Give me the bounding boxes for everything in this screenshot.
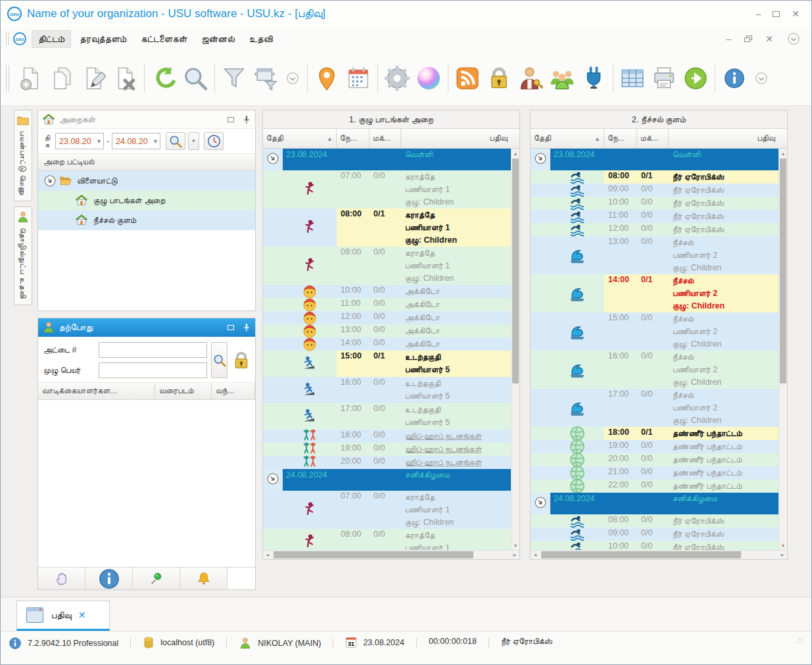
- filter-window-icon[interactable]: [250, 61, 281, 95]
- menu-item[interactable]: உதவி: [243, 31, 279, 47]
- rss-icon[interactable]: [452, 61, 483, 95]
- search-button[interactable]: [166, 132, 185, 150]
- schedule-slot-row[interactable]: 09:000/0கராத்தே பணியாளர் 1 குழு: Childre…: [263, 247, 511, 285]
- clock-button[interactable]: [204, 132, 224, 150]
- schedule-slot-row[interactable]: 07:000/0கராத்தே பணியாளர் 1 குழு: Childre…: [263, 170, 511, 209]
- grid-icon[interactable]: [617, 61, 648, 95]
- date-group-row[interactable]: 23.08.2024வெள்ளி: [263, 149, 511, 170]
- side-tab-1[interactable]: பயன்பாட்டு மெனு: [14, 110, 32, 201]
- column-header[interactable]: பதிவு: [401, 129, 511, 148]
- minimize-icon[interactable]: –: [755, 9, 761, 18]
- tab-close-icon[interactable]: ✕: [78, 610, 86, 620]
- plug-icon[interactable]: [578, 61, 609, 95]
- vertical-scrollbar[interactable]: ▲▼: [511, 149, 519, 550]
- chevron-circle-icon[interactable]: [281, 61, 304, 95]
- schedule-slot-row[interactable]: 09:000/0நீர் ஏரோபிக்ஸ்: [531, 528, 778, 541]
- calendar-icon[interactable]: [343, 61, 374, 95]
- panel-pin-icon[interactable]: [242, 115, 251, 124]
- schedule-slot-row[interactable]: 08:000/1கராத்தே பணியாளர் 1 குழு: Childre…: [263, 209, 511, 247]
- lock-icon[interactable]: [483, 61, 515, 95]
- schedule-slot-row[interactable]: 08:000/1நீர் ஏரோபிக்ஸ்: [531, 170, 778, 184]
- resize-grip[interactable]: .::: [796, 637, 805, 645]
- clients-column-header[interactable]: வந்...: [212, 383, 255, 399]
- column-header[interactable]: நே...: [604, 129, 637, 148]
- schedule-slot-row[interactable]: 20:000/0ஹிப்-ஹாப் நடனங்கள்: [263, 456, 511, 469]
- mdi-close-icon[interactable]: ✕: [765, 34, 773, 43]
- date-group-row[interactable]: 24.08.2024சனிக்கிழமை: [531, 493, 778, 514]
- vertical-scrollbar[interactable]: ▲▼: [778, 149, 787, 550]
- mdi-restore-icon[interactable]: [744, 36, 752, 42]
- schedule-slot-row[interactable]: 13:000/0அக்கிடோ: [263, 324, 511, 337]
- doc-edit-icon[interactable]: [78, 61, 109, 95]
- search-dropdown-button[interactable]: ▼: [188, 132, 199, 150]
- tab-record[interactable]: பதிவு ✕: [16, 601, 110, 631]
- schedule-slot-row[interactable]: 15:000/1உடற்தகுதி பணியாளர் 5: [263, 351, 511, 377]
- schedule-slot-row[interactable]: 18:000/0ஹிப்-ஹாப் நடனங்கள்: [263, 430, 511, 443]
- schedule-slot-row[interactable]: 16:000/0நீச்சல் பணியாளர் 2 குழு: Childre…: [531, 351, 778, 389]
- schedule-slot-row[interactable]: 12:000/0அக்கிடோ: [263, 311, 511, 324]
- go-next-icon[interactable]: [680, 61, 711, 95]
- info-circle-icon[interactable]: [719, 61, 750, 95]
- expand-icon[interactable]: [534, 152, 547, 170]
- color-sphere-icon[interactable]: [413, 61, 444, 95]
- date-to-input[interactable]: 24.08.20▼: [112, 133, 160, 149]
- expand-icon[interactable]: [43, 174, 57, 187]
- schedule-slot-row[interactable]: 14:000/1நீச்சல் பணியாளர் 2 குழு: Childre…: [531, 274, 778, 312]
- schedule-slot-row[interactable]: 08:000/0நீர் ஏரோபிக்ஸ்: [531, 514, 778, 528]
- schedule-slot-row[interactable]: 19:000/0ஹிப்-ஹாப் நடனங்கள்: [263, 443, 511, 456]
- schedule-slot-row[interactable]: 17:000/0நீச்சல் பணியாளர் 2 குழு: Childre…: [531, 389, 778, 427]
- bell-icon-button[interactable]: [180, 568, 227, 589]
- toolbar-drag-handle[interactable]: [6, 65, 9, 91]
- column-header[interactable]: பதிவு: [669, 129, 778, 148]
- date-from-input[interactable]: 23.08.20▼: [55, 133, 104, 149]
- schedule-slot-row[interactable]: 12:000/0நீர் ஏரோபிக்ஸ்: [531, 223, 778, 236]
- schedule-slot-row[interactable]: 14:000/0அக்கிடோ: [263, 337, 511, 351]
- schedule-slot-row[interactable]: 10:000/0நீர் ஏரோபிக்ஸ்: [531, 541, 778, 550]
- tree-row[interactable]: குழு பாடங்கள் அறை: [38, 191, 255, 210]
- search-client-button[interactable]: [211, 342, 227, 378]
- user-key-icon[interactable]: [515, 61, 546, 95]
- card-number-input[interactable]: [99, 342, 207, 358]
- schedule-slot-row[interactable]: 15:000/0நீச்சல் பணியாளர் 2 குழு: Childre…: [531, 312, 778, 351]
- schedule-slot-row[interactable]: 16:000/0உடற்தகுதி பணியாளர் 5: [263, 377, 511, 403]
- chevron-circle-icon[interactable]: [750, 61, 773, 95]
- expand-icon[interactable]: [534, 496, 547, 514]
- schedule-slot-row[interactable]: 07:000/0கராத்தே பணியாளர் 1 குழு: Childre…: [263, 491, 511, 529]
- schedule-slot-row[interactable]: 10:000/0அக்கிடோ: [263, 285, 511, 298]
- doc-delete-icon[interactable]: [109, 61, 141, 95]
- menu-item[interactable]: திட்டம்: [32, 30, 71, 48]
- chevron-circle-icon[interactable]: [786, 32, 801, 46]
- schedule-slot-row[interactable]: 11:000/0அக்கிடோ: [263, 298, 511, 311]
- tree-row[interactable]: நீச்சல் குளம்: [38, 210, 255, 230]
- horizontal-scrollbar[interactable]: ◄►: [263, 550, 519, 559]
- pushpin-icon-button[interactable]: [133, 568, 180, 589]
- schedule-slot-row[interactable]: 22:000/0தண்ணீர் பந்தாட்டம்: [531, 480, 778, 493]
- menu-item[interactable]: தரவுத்தளம்: [74, 31, 132, 47]
- schedule-slot-row[interactable]: 20:000/0தண்ணீர் பந்தாட்டம்: [531, 453, 778, 466]
- full-name-input[interactable]: [99, 362, 207, 378]
- doc-copy-icon[interactable]: [46, 61, 78, 95]
- column-header[interactable]: மக்...: [370, 129, 401, 148]
- schedule-slot-row[interactable]: 10:000/0நீர் ஏரோபிக்ஸ்: [531, 197, 778, 210]
- menu-drag-handle[interactable]: [6, 32, 9, 45]
- schedule-slot-row[interactable]: 18:000/1தண்ணீர் பந்தாட்டம்: [531, 427, 778, 440]
- schedule-slot-row[interactable]: 09:000/0நீர் ஏரோபிக்ஸ்: [531, 184, 778, 197]
- column-header[interactable]: தேதி▲: [531, 129, 604, 148]
- column-header[interactable]: தேதி▲: [263, 129, 337, 148]
- schedule-slot-row[interactable]: 11:000/0நீர் ஏரோபிக்ஸ்: [531, 210, 778, 223]
- tree-row[interactable]: விளையாட்டு: [38, 171, 255, 191]
- hand-icon-button[interactable]: [38, 568, 85, 589]
- mdi-minimize-icon[interactable]: –: [726, 34, 731, 43]
- panel-maximize-icon[interactable]: [227, 117, 234, 122]
- panel-pin-icon[interactable]: [242, 323, 251, 332]
- menu-item[interactable]: ஜன்னல்: [196, 31, 241, 47]
- menu-item[interactable]: கட்டளைகள்: [135, 31, 193, 47]
- doc-new-icon[interactable]: [14, 61, 46, 95]
- expand-icon[interactable]: [266, 152, 279, 170]
- close-icon[interactable]: ✕: [792, 9, 800, 18]
- clients-column-header[interactable]: வரைபடம்: [155, 383, 212, 399]
- search-icon[interactable]: [179, 61, 211, 95]
- clients-column-header[interactable]: வாடிக்கையாளர்கள...: [38, 383, 155, 399]
- printer-icon[interactable]: [648, 61, 680, 95]
- date-group-row[interactable]: 24.08.2024சனிக்கிழமை: [263, 469, 511, 491]
